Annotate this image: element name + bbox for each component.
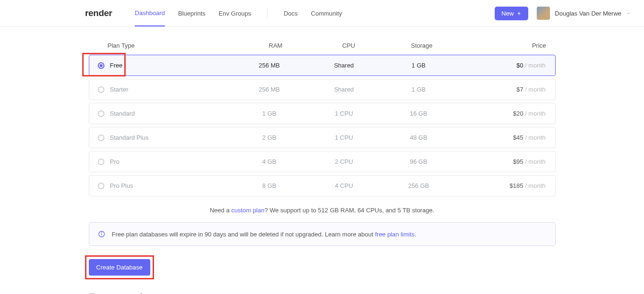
- free-plan-info: Free plan databases will expire in 90 da…: [89, 222, 556, 246]
- plan-cpu: 1 CPU: [307, 110, 381, 117]
- plan-price: $0 / month: [456, 62, 546, 69]
- plan-cpu: 2 CPU: [307, 158, 381, 165]
- col-plan-type: Plan Type: [108, 42, 239, 49]
- plan-price: $20 / month: [456, 110, 546, 117]
- chevron-down-icon: [626, 11, 631, 16]
- plan-ram: 256 MB: [232, 86, 307, 93]
- plan-storage: 48 GB: [381, 134, 456, 141]
- plan-row-free[interactable]: Free 256 MB Shared 1 GB $0 / month: [89, 55, 556, 76]
- plan-table: Free 256 MB Shared 1 GB $0 / month Start…: [89, 55, 556, 196]
- plan-price: $45 / month: [456, 134, 546, 141]
- free-plan-limits-link[interactable]: free plan limits: [375, 231, 415, 238]
- plan-name: Pro: [110, 158, 120, 165]
- svg-point-2: [101, 233, 102, 233]
- plan-cpu: 4 CPU: [307, 182, 381, 189]
- plan-price: $7 / month: [456, 86, 546, 93]
- radio-icon: [98, 159, 104, 165]
- radio-icon: [98, 86, 104, 93]
- plan-storage: 96 GB: [381, 158, 456, 165]
- col-storage: Storage: [385, 42, 458, 49]
- avatar: [537, 7, 550, 20]
- plan-name: Free: [110, 62, 123, 69]
- user-name: Douglas Van Der Merwe: [555, 10, 621, 17]
- topbar-right: New Douglas Van Der Merwe: [495, 7, 631, 20]
- page-content: Plan Type RAM CPU Storage Price Free 256…: [89, 27, 556, 294]
- topbar: render Dashboard Blueprints Env Groups D…: [0, 0, 644, 27]
- plan-row-starter[interactable]: Starter 256 MB Shared 1 GB $7 / month: [89, 79, 556, 100]
- plan-row-standard-plus[interactable]: Standard Plus 2 GB 1 CPU 48 GB $45 / mon…: [89, 127, 556, 148]
- plan-name: Standard: [110, 110, 135, 117]
- nav-blueprints[interactable]: Blueprints: [178, 1, 206, 26]
- plan-price: $185 / month: [456, 182, 546, 189]
- user-menu[interactable]: Douglas Van Der Merwe: [537, 7, 631, 20]
- nav-community[interactable]: Community: [311, 1, 342, 26]
- plan-ram: 2 GB: [232, 134, 307, 141]
- col-cpu: CPU: [312, 42, 386, 49]
- primary-nav: Dashboard Blueprints Env Groups Docs Com…: [135, 0, 342, 26]
- plan-table-header: Plan Type RAM CPU Storage Price: [89, 37, 556, 55]
- plan-ram: 1 GB: [232, 110, 307, 117]
- custom-plan-link[interactable]: custom plan: [232, 207, 265, 214]
- plus-icon: [516, 11, 522, 16]
- plan-row-standard[interactable]: Standard 1 GB 1 CPU 16 GB $20 / month: [89, 103, 556, 124]
- plan-ram: 256 MB: [232, 62, 307, 69]
- create-database-button[interactable]: Create Database: [89, 259, 150, 276]
- radio-icon: [98, 110, 104, 117]
- plan-row-pro[interactable]: Pro 4 GB 2 CPU 96 GB $95 / month: [89, 151, 556, 172]
- plan-storage: 256 GB: [381, 182, 456, 189]
- plan-storage: 16 GB: [381, 110, 456, 117]
- plan-row-pro-plus[interactable]: Pro Plus 8 GB 4 CPU 256 GB $185 / month: [89, 175, 556, 196]
- nav-docs[interactable]: Docs: [283, 1, 298, 26]
- radio-icon: [98, 62, 104, 69]
- plan-cpu: 1 CPU: [307, 134, 381, 141]
- plan-name: Standard Plus: [110, 134, 149, 141]
- nav-dashboard[interactable]: Dashboard: [135, 0, 165, 26]
- col-ram: RAM: [239, 42, 312, 49]
- plan-cpu: Shared: [307, 86, 381, 93]
- nav-env-groups[interactable]: Env Groups: [219, 1, 251, 26]
- info-icon: [98, 230, 105, 238]
- plan-name: Starter: [110, 86, 129, 93]
- plan-storage: 1 GB: [381, 62, 456, 69]
- custom-plan-text: Need a custom plan? We support up to 512…: [89, 207, 556, 214]
- new-button-label: New: [501, 10, 514, 17]
- plan-ram: 8 GB: [232, 182, 307, 189]
- radio-icon: [98, 134, 104, 141]
- col-price: Price: [458, 42, 546, 49]
- radio-icon: [98, 183, 104, 189]
- plan-ram: 4 GB: [232, 158, 307, 165]
- plan-storage: 1 GB: [381, 86, 456, 93]
- plan-price: $95 / month: [456, 158, 546, 165]
- new-button[interactable]: New: [495, 7, 528, 20]
- plan-cpu: Shared: [307, 62, 381, 69]
- logo: render: [85, 8, 112, 18]
- plan-name: Pro Plus: [110, 182, 133, 189]
- nav-divider: [267, 8, 267, 18]
